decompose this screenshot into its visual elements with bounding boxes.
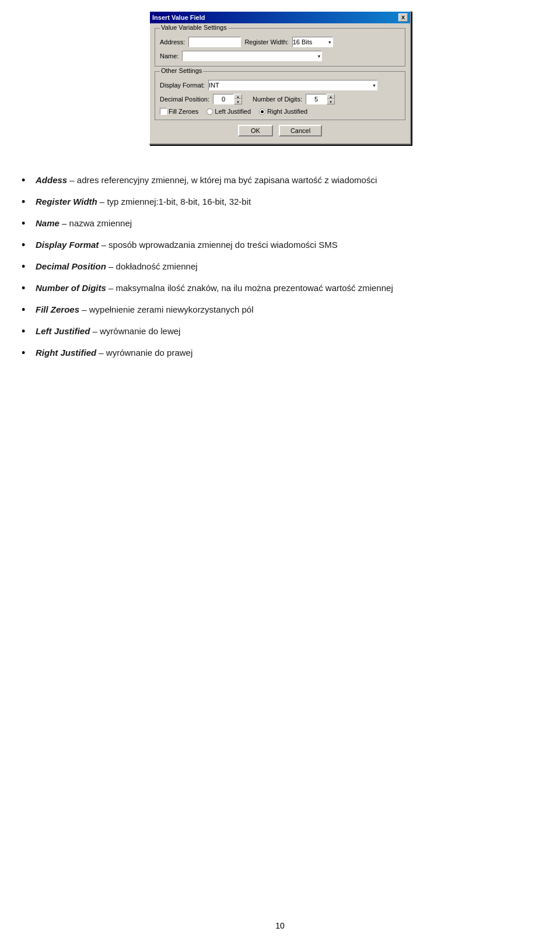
dialog-titlebar: Insert Value Field X bbox=[150, 12, 410, 23]
name-label: Name: bbox=[160, 52, 178, 59]
number-of-digits-spinner: ▲ ▼ bbox=[306, 94, 335, 104]
dialog-title: Insert Value Field bbox=[152, 14, 205, 21]
bullet-rest: – wyrównanie do prawej bbox=[96, 348, 192, 358]
list-item: •Addess – adres referencyjny zmiennej, w… bbox=[22, 174, 538, 188]
number-of-digits-spinners: ▲ ▼ bbox=[327, 94, 335, 104]
name-row: Name: bbox=[160, 51, 400, 61]
decimal-position-input[interactable] bbox=[213, 94, 234, 104]
name-select-wrapper bbox=[182, 51, 322, 61]
bullet-dot-icon: • bbox=[22, 324, 32, 339]
number-of-digits-down[interactable]: ▼ bbox=[327, 99, 335, 104]
bullet-term: Addess bbox=[36, 175, 67, 185]
bullet-text: Display Format – sposób wprowadzania zmi… bbox=[36, 239, 338, 252]
dialog-close-button[interactable]: X bbox=[398, 13, 408, 22]
fill-zeroes-checkbox[interactable] bbox=[160, 108, 167, 115]
list-item: •Right Justified – wyrównanie do prawej bbox=[22, 346, 538, 361]
decimal-position-label: Decimal Position: bbox=[160, 96, 209, 103]
number-of-digits-label: Number of Digits: bbox=[253, 96, 302, 103]
bullet-text: Fill Zeroes – wypełnienie zerami niewyko… bbox=[36, 303, 254, 317]
bullet-rest: – nazwa zmiennej bbox=[60, 218, 132, 228]
display-format-select-wrapper: INT UINT FLOAT HEX BIN bbox=[208, 80, 377, 90]
display-format-label: Display Format: bbox=[160, 82, 205, 89]
right-justified-label: Right Justified bbox=[267, 108, 307, 115]
bullet-term: Name bbox=[36, 218, 60, 228]
decimal-position-down[interactable]: ▼ bbox=[234, 99, 242, 104]
dialog-container: Insert Value Field X Value Variable Sett… bbox=[0, 0, 560, 162]
cancel-button[interactable]: Cancel bbox=[279, 125, 322, 136]
bullet-text: Number of Digits – maksymalna ilość znak… bbox=[36, 282, 393, 295]
ok-button[interactable]: OK bbox=[238, 125, 273, 136]
list-item: •Decimal Position – dokładność zmiennej bbox=[22, 260, 538, 275]
bullet-text: Name – nazwa zmiennej bbox=[36, 217, 132, 230]
left-justified-label: Left Justified bbox=[215, 108, 251, 115]
list-item: •Register Width – typ zmiennej:1-bit, 8-… bbox=[22, 195, 538, 210]
bullet-dot-icon: • bbox=[22, 173, 32, 188]
list-item: •Fill Zeroes – wypełnienie zerami niewyk… bbox=[22, 303, 538, 318]
left-justified-radio[interactable] bbox=[206, 108, 213, 115]
bullet-term: Decimal Position bbox=[36, 261, 106, 271]
value-variable-settings-group: Value Variable Settings Address: Registe… bbox=[155, 28, 405, 66]
bullet-dot-icon: • bbox=[22, 216, 32, 232]
decimal-position-up[interactable]: ▲ bbox=[234, 94, 242, 99]
bullet-text: Right Justified – wyrównanie do prawej bbox=[36, 346, 192, 360]
address-register-row: Address: Register Width: 1 Bit 8 Bits 16… bbox=[160, 37, 400, 47]
bullet-term: Fill Zeroes bbox=[36, 304, 79, 314]
bullet-rest: – wypełnienie zerami niewykorzystanych p… bbox=[79, 304, 253, 314]
bullet-text: Left Justified – wyrównanie do lewej bbox=[36, 325, 180, 338]
address-label: Address: bbox=[160, 38, 185, 45]
display-format-row: Display Format: INT UINT FLOAT HEX BIN bbox=[160, 80, 400, 90]
decimal-position-spinner: ▲ ▼ bbox=[213, 94, 242, 104]
display-format-select[interactable]: INT UINT FLOAT HEX BIN bbox=[208, 80, 377, 90]
group2-legend: Other Settings bbox=[160, 67, 203, 74]
bullet-rest: – dokładność zmiennej bbox=[106, 261, 198, 271]
bullet-term: Right Justified bbox=[36, 348, 96, 358]
bullet-text: Register Width – typ zmiennej:1-bit, 8-b… bbox=[36, 195, 251, 209]
number-of-digits-input[interactable] bbox=[306, 94, 327, 104]
fill-zeroes-label: Fill Zeroes bbox=[169, 108, 198, 115]
bullet-dot-icon: • bbox=[22, 194, 32, 210]
list-item: •Display Format – sposób wprowadzania zm… bbox=[22, 239, 538, 253]
list-item: •Number of Digits – maksymalna ilość zna… bbox=[22, 282, 538, 296]
fill-zeroes-wrapper: Fill Zeroes bbox=[160, 108, 198, 115]
number-of-digits-up[interactable]: ▲ bbox=[327, 94, 335, 99]
content-area: •Addess – adres referencyjny zmiennej, w… bbox=[0, 162, 560, 391]
right-justified-wrapper: Right Justified bbox=[259, 108, 307, 115]
address-input[interactable] bbox=[188, 37, 241, 47]
name-select[interactable] bbox=[182, 51, 322, 61]
bullet-dot-icon: • bbox=[22, 345, 32, 361]
dialog-buttons-row: OK Cancel bbox=[155, 125, 405, 139]
left-justified-wrapper: Left Justified bbox=[206, 108, 251, 115]
bullet-dot-icon: • bbox=[22, 281, 32, 296]
bullet-rest: – maksymalna ilość znaków, na ilu można … bbox=[106, 283, 393, 293]
bullet-dot-icon: • bbox=[22, 302, 32, 318]
register-width-select[interactable]: 1 Bit 8 Bits 16 Bits 32 Bits bbox=[292, 37, 333, 47]
bullet-term: Left Justified bbox=[36, 326, 90, 336]
bullet-term: Display Format bbox=[36, 240, 99, 250]
decimal-position-spinners: ▲ ▼ bbox=[234, 94, 242, 104]
decimal-digits-row: Decimal Position: ▲ ▼ Number of Digits: … bbox=[160, 94, 400, 104]
bullet-term: Number of Digits bbox=[36, 283, 106, 293]
bullet-rest: – wyrównanie do lewej bbox=[90, 326, 180, 336]
bullet-rest: – sposób wprowadzania zmiennej do treści… bbox=[99, 240, 337, 250]
list-item: •Left Justified – wyrównanie do lewej bbox=[22, 325, 538, 339]
register-width-select-wrapper: 1 Bit 8 Bits 16 Bits 32 Bits bbox=[292, 37, 333, 47]
group1-legend: Value Variable Settings bbox=[160, 24, 228, 31]
bullet-dot-icon: • bbox=[22, 259, 32, 275]
insert-value-field-dialog: Insert Value Field X Value Variable Sett… bbox=[149, 10, 411, 145]
register-width-label: Register Width: bbox=[244, 38, 288, 45]
page-number: 10 bbox=[275, 921, 285, 930]
bullet-term: Register Width bbox=[36, 197, 97, 206]
other-settings-group: Other Settings Display Format: INT UINT … bbox=[155, 71, 405, 120]
list-item: •Name – nazwa zmiennej bbox=[22, 217, 538, 232]
right-justified-radio[interactable] bbox=[259, 108, 265, 115]
bullet-text: Decimal Position – dokładność zmiennej bbox=[36, 260, 198, 274]
bullet-dot-icon: • bbox=[22, 237, 32, 253]
dialog-body: Value Variable Settings Address: Registe… bbox=[150, 23, 410, 143]
bullet-rest: – adres referencyjny zmiennej, w której … bbox=[67, 175, 377, 185]
bullet-text: Addess – adres referencyjny zmiennej, w … bbox=[36, 174, 377, 187]
bullet-rest: – typ zmiennej:1-bit, 8-bit, 16-bit, 32-… bbox=[97, 197, 251, 206]
bullet-list: •Addess – adres referencyjny zmiennej, w… bbox=[22, 174, 538, 361]
fill-justify-row: Fill Zeroes Left Justified Right Justifi… bbox=[160, 108, 400, 115]
